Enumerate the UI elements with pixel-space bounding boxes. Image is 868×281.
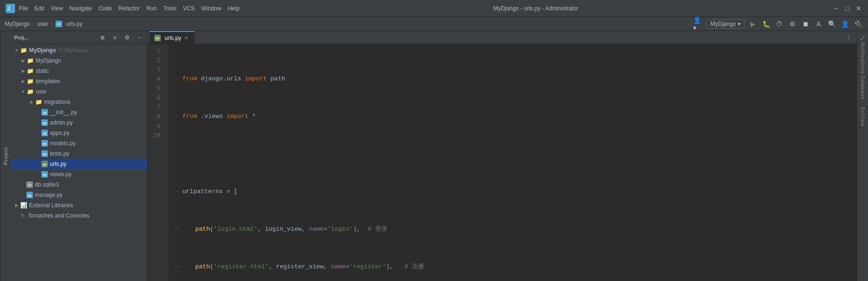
user-icon: 📁 bbox=[26, 89, 34, 94]
menu-view[interactable]: View bbox=[51, 5, 63, 12]
breadcrumb-file[interactable]: urls.py bbox=[66, 21, 82, 27]
breadcrumb-project[interactable]: MyDjango bbox=[5, 21, 30, 27]
extlibs-icon: 📊 bbox=[20, 203, 27, 208]
apps-label: apps.py bbox=[50, 130, 70, 136]
module-views: .views bbox=[201, 112, 223, 121]
collapse-all-button[interactable]: ≡ bbox=[110, 32, 120, 43]
line-num-5: 5 bbox=[148, 84, 164, 93]
sciview-panel-btn[interactable]: SciView bbox=[858, 102, 868, 131]
tree-root[interactable]: ▼ 📁 MyDjango D:\MyDjango bbox=[11, 45, 147, 55]
panel-toolbar: Proj... ⊕ ≡ ⚙ − bbox=[11, 31, 147, 44]
user-arrow: ▼ bbox=[20, 89, 26, 94]
root-arrow: ▼ bbox=[13, 48, 20, 53]
maximize-button[interactable]: □ bbox=[844, 5, 851, 12]
file-icon: py bbox=[55, 21, 62, 27]
menu-run[interactable]: Run bbox=[146, 5, 157, 12]
path-fn-2: path bbox=[195, 262, 210, 272]
mydjango-arrow: ▶ bbox=[20, 58, 26, 63]
app-logo: J bbox=[6, 4, 15, 13]
tree-templates[interactable]: ▶ 📁 templates bbox=[11, 76, 147, 86]
menu-help[interactable]: Help bbox=[228, 5, 240, 12]
notification-button[interactable]: 👤 bbox=[840, 19, 850, 29]
tree-views-py[interactable]: py views.py bbox=[11, 169, 147, 180]
tree-static[interactable]: ▶ 📁 static bbox=[11, 66, 147, 76]
plugin-button[interactable]: 🔌 bbox=[853, 19, 863, 29]
urls-py-icon: py bbox=[41, 161, 48, 167]
init-py-icon: py bbox=[41, 109, 48, 116]
menu-file[interactable]: File bbox=[19, 5, 28, 12]
tab-more-button[interactable]: ⋮ bbox=[843, 34, 855, 41]
tree-user[interactable]: ▼ 📁 user bbox=[11, 86, 147, 97]
star-import: * bbox=[252, 112, 256, 121]
static-arrow: ▶ bbox=[20, 69, 26, 73]
menu-navigate[interactable]: Navigate bbox=[70, 5, 92, 12]
stop-button[interactable]: ⏹ bbox=[800, 19, 811, 29]
settings-tree-button[interactable]: ⚙ bbox=[122, 32, 132, 43]
menu-edit[interactable]: Edit bbox=[34, 5, 44, 12]
root-label: MyDjango bbox=[29, 47, 56, 54]
menu-window[interactable]: Window bbox=[201, 5, 221, 12]
database-panel-btn[interactable]: Database bbox=[858, 73, 868, 101]
project-selector-chevron: ▾ bbox=[738, 21, 741, 27]
tree-urls-py[interactable]: py urls.py bbox=[11, 159, 147, 169]
search-button[interactable]: 🔍 bbox=[827, 19, 837, 29]
menu-tools[interactable]: Tools bbox=[163, 5, 176, 12]
tab-urls-icon: py bbox=[154, 35, 161, 41]
views-py-icon: py bbox=[41, 171, 48, 178]
mydjango-label: MyDjango bbox=[36, 57, 61, 64]
scratches-icon: ✎ bbox=[20, 212, 26, 219]
tree-mydjango[interactable]: ▶ 📁 MyDjango bbox=[11, 55, 147, 66]
minimize-button[interactable]: − bbox=[832, 5, 840, 12]
settings-button[interactable]: ⚙ bbox=[787, 19, 797, 29]
urlpatterns-var: urlpatterns bbox=[182, 187, 223, 196]
run-button[interactable]: ▶ bbox=[748, 19, 758, 29]
tab-bar: py urls.py ✕ ⋮ bbox=[148, 31, 857, 44]
comment-login: # 登录 bbox=[360, 225, 387, 234]
user-label: user bbox=[36, 88, 47, 95]
code-lines[interactable]: · from django.urls import path · from .v… bbox=[168, 44, 857, 281]
db-label: db.sqlite3 bbox=[35, 181, 59, 188]
tree-tests-py[interactable]: py tests.py bbox=[11, 148, 147, 159]
tree-migrations[interactable]: ▶ 📁 migrations bbox=[11, 97, 147, 107]
line-num-2: 2 bbox=[148, 55, 164, 65]
tree-apps-py[interactable]: py apps.py bbox=[11, 128, 147, 138]
tree-manage-py[interactable]: py manage.py bbox=[11, 190, 147, 200]
code-editor: py urls.py ✕ ⋮ 1 2 3 4 5 6 7 8 9 10 bbox=[148, 31, 857, 281]
str-register-html: 'register.html' bbox=[213, 262, 268, 272]
translate-button[interactable]: A bbox=[813, 19, 824, 29]
window-controls: − □ ✕ bbox=[832, 5, 862, 12]
tree-db-sqlite[interactable]: db db.sqlite3 bbox=[11, 180, 147, 190]
project-panel-label[interactable]: Project bbox=[0, 31, 11, 281]
static-label: static bbox=[36, 68, 49, 74]
close-panel-button[interactable]: − bbox=[134, 32, 144, 43]
title-bar: J File Edit View Navigate Code Refactor … bbox=[0, 0, 868, 17]
code-content[interactable]: 1 2 3 4 5 6 7 8 9 10 · from django.urls … bbox=[148, 44, 857, 281]
tree-init-py[interactable]: py __init__.py bbox=[11, 107, 147, 117]
project-selector[interactable]: MyDjango ▾ bbox=[706, 19, 745, 29]
tab-urls-py[interactable]: py urls.py ✕ bbox=[150, 31, 195, 44]
models-label: models.py bbox=[50, 140, 76, 147]
debug-button[interactable]: 🐛 bbox=[761, 19, 771, 29]
menu-vcs[interactable]: VCS bbox=[183, 5, 195, 12]
close-button[interactable]: ✕ bbox=[855, 5, 862, 12]
tree-external-libs[interactable]: ▶ 📊 External Libraries bbox=[11, 200, 147, 211]
tree-models-py[interactable]: py models.py bbox=[11, 138, 147, 148]
svg-text:J: J bbox=[7, 5, 10, 12]
kw-import-1: import bbox=[245, 74, 267, 84]
add-file-button[interactable]: ⊕ bbox=[97, 32, 108, 43]
breadcrumb-folder[interactable]: user bbox=[37, 21, 48, 27]
kw-from-2: from bbox=[182, 112, 197, 121]
extlibs-label: External Libraries bbox=[29, 202, 73, 209]
tree-scratches[interactable]: ✎ Scratches and Consoles bbox=[11, 211, 147, 221]
menu-code[interactable]: Code bbox=[98, 5, 112, 12]
tests-label: tests.py bbox=[50, 150, 69, 157]
code-line-2: · from .views import * bbox=[176, 112, 857, 121]
tree-admin-py[interactable]: py admin.py bbox=[11, 117, 147, 128]
notifications-panel-btn[interactable]: Notifications bbox=[858, 44, 868, 72]
root-folder-icon: 📁 bbox=[20, 47, 27, 53]
profile-button[interactable]: ⏱ bbox=[774, 19, 784, 29]
menu-refactor[interactable]: Refactor bbox=[118, 5, 140, 12]
project-selector-label: MyDjango bbox=[710, 21, 736, 27]
tab-urls-close[interactable]: ✕ bbox=[183, 35, 189, 41]
user-icon-button[interactable]: 👤▾ bbox=[693, 19, 703, 29]
